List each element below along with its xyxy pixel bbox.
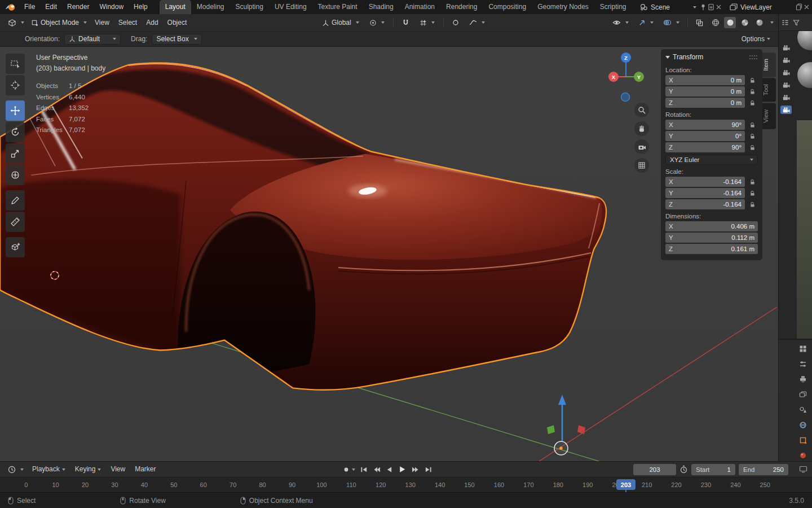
- menu-help[interactable]: Help: [129, 0, 153, 14]
- scale-z-field[interactable]: Z-0.164: [665, 199, 745, 209]
- zoom-button[interactable]: [634, 103, 649, 117]
- properties-tab-scene[interactable]: [799, 406, 807, 414]
- workspace-tab-rendering[interactable]: Rendering: [440, 0, 483, 14]
- scale-x-field[interactable]: X-0.164: [665, 177, 745, 187]
- play-reverse-button[interactable]: [386, 466, 393, 473]
- properties-tab-material[interactable]: [799, 452, 807, 459]
- workspace-tab-geometry-nodes[interactable]: Geometry Nodes: [532, 0, 594, 14]
- tab-tool[interactable]: Tool: [762, 78, 776, 102]
- timeline-corner-editor-icon[interactable]: [799, 466, 807, 473]
- properties-tab-output[interactable]: [799, 375, 807, 383]
- workspace-tab-shading[interactable]: Shading: [363, 0, 399, 14]
- toggle-orthographic-button[interactable]: [634, 158, 649, 173]
- menu-add[interactable]: Add: [142, 14, 162, 31]
- collapse-arrow-icon[interactable]: [665, 56, 670, 59]
- jump-start-button[interactable]: [360, 466, 368, 473]
- tool-scale[interactable]: [6, 143, 25, 164]
- rotation-mode-dropdown[interactable]: XYZ Euler: [665, 155, 758, 165]
- tool-measure[interactable]: [6, 212, 25, 232]
- shading-material-button[interactable]: [739, 17, 751, 28]
- workspace-tab-sculpting[interactable]: Sculpting: [230, 0, 269, 14]
- properties-tab-world[interactable]: [799, 421, 807, 429]
- workspace-tab-texture-paint[interactable]: Texture Paint: [312, 0, 363, 14]
- orientation-dropdown[interactable]: Default: [64, 34, 121, 45]
- lock-icon[interactable]: [747, 144, 758, 151]
- dimensions-x-field[interactable]: X0.406 m: [665, 221, 758, 231]
- object-visibility-selector[interactable]: [609, 16, 632, 29]
- menu-select[interactable]: Select: [114, 14, 142, 31]
- rotation-x-field[interactable]: X90°: [665, 120, 745, 130]
- navigation-gizmo[interactable]: Z X Y: [599, 51, 653, 103]
- tool-add-primitive[interactable]: [6, 237, 25, 257]
- lock-icon[interactable]: [747, 89, 758, 95]
- rotation-z-field[interactable]: Z90°: [665, 142, 745, 152]
- unlink-scene-icon[interactable]: [716, 4, 722, 10]
- axis-neg-z-ball[interactable]: [621, 93, 630, 102]
- play-button[interactable]: [398, 466, 407, 473]
- drag-dropdown[interactable]: Select Box: [152, 34, 201, 45]
- pan-button[interactable]: [634, 121, 649, 136]
- prev-keyframe-button[interactable]: [373, 466, 381, 473]
- transform-orientation-selector[interactable]: Global: [319, 16, 363, 29]
- properties-tab-tool[interactable]: [799, 360, 807, 368]
- xray-toggle[interactable]: [692, 16, 707, 29]
- lock-icon[interactable]: [747, 133, 758, 139]
- mode-selector[interactable]: Object Mode: [28, 16, 90, 29]
- transform-gizmo[interactable]: [547, 395, 585, 455]
- unpin-icon[interactable]: [700, 3, 707, 11]
- new-scene-icon[interactable]: [708, 3, 714, 11]
- tool-box-select[interactable]: [6, 54, 25, 74]
- workspace-tab-uv-editing[interactable]: UV Editing: [269, 0, 312, 14]
- next-keyframe-button[interactable]: [412, 466, 420, 473]
- location-x-field[interactable]: X0 m: [665, 75, 745, 85]
- lock-icon[interactable]: [747, 179, 758, 185]
- shading-wireframe-button[interactable]: [709, 17, 721, 28]
- panel-title[interactable]: Transform: [673, 53, 703, 61]
- menu-playback[interactable]: Playback: [28, 462, 70, 477]
- workspace-tab-layout[interactable]: Layout: [160, 0, 191, 14]
- workspace-tab-modeling[interactable]: Modeling: [191, 0, 230, 14]
- menu-edit[interactable]: Edit: [40, 0, 62, 14]
- camera-view-button[interactable]: [634, 139, 649, 154]
- start-frame-field[interactable]: Start1: [691, 464, 735, 475]
- tool-transform[interactable]: [6, 165, 25, 185]
- lock-icon[interactable]: [747, 100, 758, 106]
- remove-viewlayer-icon[interactable]: [804, 4, 810, 10]
- viewport-canvas[interactable]: User Perspective (203) backround | body …: [0, 47, 778, 461]
- tool-move[interactable]: [6, 100, 25, 121]
- editor-type-button[interactable]: [5, 16, 28, 29]
- render-visibility-toggle[interactable]: [780, 68, 792, 77]
- render-visibility-toggle[interactable]: [780, 56, 792, 64]
- gizmo-y-handle[interactable]: [547, 425, 555, 434]
- options-dropdown[interactable]: Options: [742, 35, 778, 43]
- lock-icon[interactable]: [747, 122, 758, 128]
- lock-icon[interactable]: [747, 202, 758, 208]
- menu-view[interactable]: View: [106, 462, 130, 477]
- lock-icon[interactable]: [747, 190, 758, 196]
- proportional-falloff-selector[interactable]: [466, 16, 488, 29]
- timeline-editor-type-button[interactable]: [5, 463, 27, 476]
- render-visibility-toggle[interactable]: [780, 81, 792, 89]
- tab-item[interactable]: Item: [762, 52, 776, 77]
- properties-tab-object[interactable]: [799, 436, 807, 444]
- show-overlays-toggle[interactable]: [660, 16, 683, 29]
- panel-grip[interactable]: ••••••••: [749, 54, 758, 60]
- tool-annotate[interactable]: [6, 190, 25, 211]
- pivot-point-selector[interactable]: [366, 16, 388, 29]
- show-gizmos-toggle[interactable]: [635, 16, 657, 29]
- workspace-tab-animation[interactable]: Animation: [399, 0, 440, 14]
- outliner-list-icon[interactable]: [782, 19, 789, 26]
- proportional-edit-toggle[interactable]: [449, 16, 462, 29]
- render-visibility-toggle[interactable]: [780, 93, 792, 102]
- menu-object[interactable]: Object: [163, 14, 192, 31]
- new-viewlayer-icon[interactable]: [796, 3, 802, 11]
- current-frame-field[interactable]: 203: [633, 464, 676, 475]
- snap-toggle[interactable]: [399, 16, 413, 29]
- properties-tab-view-layer[interactable]: [799, 391, 807, 398]
- use-preview-range-toggle[interactable]: [679, 465, 688, 474]
- location-z-field[interactable]: Z0 m: [665, 98, 745, 108]
- location-y-field[interactable]: Y0 m: [665, 86, 745, 97]
- scene-selector[interactable]: Scene: [638, 3, 699, 11]
- snap-settings[interactable]: [416, 16, 438, 29]
- filter-icon[interactable]: [793, 19, 800, 26]
